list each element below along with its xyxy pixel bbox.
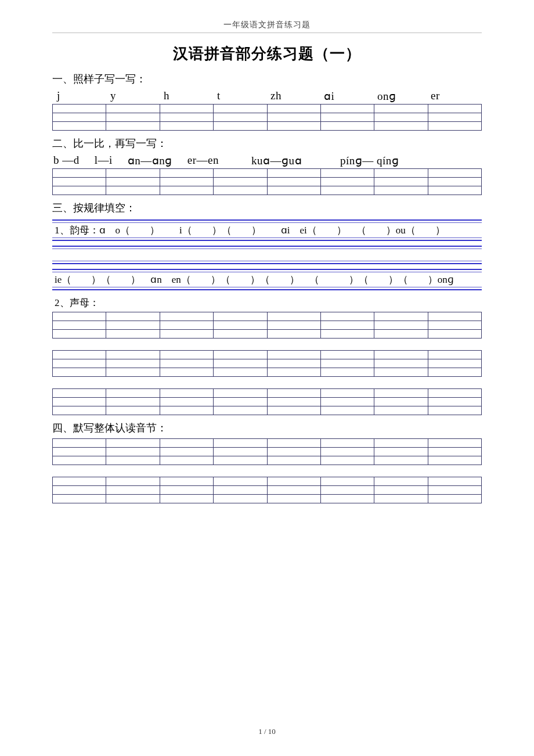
writing-grid bbox=[52, 168, 482, 195]
ruled-line-empty bbox=[52, 246, 482, 264]
page: 一年级语文拼音练习题 汉语拼音部分练习题（一） 一、照样子写一写： j y h … bbox=[0, 0, 534, 756]
pinyin-pair: kuɑ—ɡuɑ bbox=[251, 154, 302, 167]
pinyin-pair: ɑn—ɑnɡ bbox=[128, 154, 172, 167]
pinyin-item: er bbox=[427, 89, 481, 103]
fill-blank-line: 1、韵母：ɑ o（ ） i（ ）（ ） ɑi ei（ ） （ ）ou（ ） bbox=[52, 222, 482, 238]
running-header: 一年级语文拼音练习题 bbox=[52, 20, 482, 33]
section-1-heading: 一、照样子写一写： bbox=[52, 72, 482, 86]
page-title: 汉语拼音部分练习题（一） bbox=[52, 44, 482, 64]
section-3-heading: 三、按规律填空： bbox=[52, 201, 482, 215]
pinyin-pair: l—i bbox=[95, 154, 113, 167]
writing-grid bbox=[52, 438, 482, 465]
writing-grid bbox=[52, 312, 482, 339]
pinyin-item: ɑi bbox=[320, 89, 374, 103]
section-4-heading: 四、默写整体认读音节： bbox=[52, 421, 482, 435]
section-2-heading: 二、比一比，再写一写： bbox=[52, 136, 482, 150]
pinyin-item: zh bbox=[267, 89, 320, 103]
writing-grid bbox=[52, 104, 482, 131]
pinyin-pair: pínɡ— qínɡ bbox=[340, 154, 399, 167]
pinyin-item: y bbox=[107, 89, 160, 103]
writing-grid bbox=[52, 350, 482, 377]
page-number: 1 / 10 bbox=[0, 727, 534, 736]
writing-grid bbox=[52, 477, 482, 503]
pinyin-item: h bbox=[160, 89, 214, 103]
pinyin-pair: b —d bbox=[53, 154, 80, 167]
ruled-line: 1、韵母：ɑ o（ ） i（ ）（ ） ɑi ei（ ） （ ）ou（ ） bbox=[52, 219, 482, 241]
pinyin-item: j bbox=[53, 89, 107, 103]
pinyin-pair: er—en bbox=[187, 154, 219, 167]
section-1-items: j y h t zh ɑi onɡ er bbox=[53, 89, 481, 103]
ruled-line: ie（ ）（ ） ɑn en（ ）（ ）（ ） （ ）（ ）（ ）onɡ bbox=[52, 269, 482, 290]
writing-grid bbox=[52, 388, 482, 415]
pinyin-item: onɡ bbox=[374, 89, 427, 103]
section-3-sub-heading: 2、声母： bbox=[55, 296, 482, 309]
pinyin-item: t bbox=[214, 89, 267, 103]
section-2-items: b —d l—i ɑn—ɑnɡ er—en kuɑ—ɡuɑ pínɡ— qínɡ bbox=[53, 154, 481, 167]
fill-blank-line: ie（ ）（ ） ɑn en（ ）（ ）（ ） （ ）（ ）（ ）onɡ bbox=[52, 272, 482, 287]
